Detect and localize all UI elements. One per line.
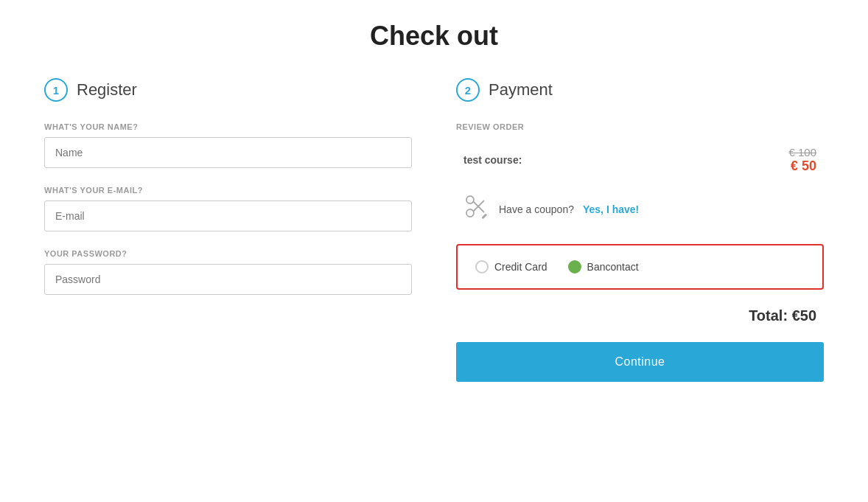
coupon-link[interactable]: Yes, I have!	[583, 203, 639, 215]
credit-card-radio[interactable]	[475, 260, 489, 273]
password-field-group: YOUR PASSWORD?	[44, 249, 412, 295]
price-original: € 100	[788, 146, 816, 158]
order-row: test course: € 100 € 50	[456, 146, 824, 174]
price-discounted: € 50	[788, 158, 816, 174]
payment-step-circle: 2	[456, 78, 480, 102]
register-header: 1 Register	[44, 78, 412, 102]
payment-header: 2 Payment	[456, 78, 824, 102]
register-heading: Register	[77, 80, 137, 100]
continue-button[interactable]: Continue	[456, 342, 824, 382]
svg-line-3	[474, 202, 485, 213]
register-panel: 1 Register WHAT'S YOUR NAME? WHAT'S YOUR…	[44, 78, 412, 382]
payment-options-box: Credit Card Bancontact	[456, 244, 824, 290]
coupon-row: Have a coupon? Yes, I have!	[456, 187, 824, 238]
credit-card-option[interactable]: Credit Card	[475, 260, 547, 273]
course-name: test course:	[463, 154, 522, 166]
bancontact-radio[interactable]	[568, 260, 581, 273]
email-field-group: WHAT'S YOUR E-MAIL?	[44, 186, 412, 231]
password-label: YOUR PASSWORD?	[44, 249, 412, 258]
payment-panel: 2 Payment REVIEW ORDER test course: € 10…	[456, 78, 824, 382]
coupon-text: Have a coupon?	[499, 203, 574, 215]
bancontact-option[interactable]: Bancontact	[568, 260, 639, 273]
bancontact-label: Bancontact	[587, 261, 639, 273]
svg-point-0	[466, 209, 474, 217]
name-input[interactable]	[44, 137, 412, 168]
review-order-label: REVIEW ORDER	[456, 122, 824, 131]
credit-card-label: Credit Card	[494, 261, 547, 273]
price-block: € 100 € 50	[788, 146, 816, 174]
total-row: Total: €50	[456, 304, 824, 342]
register-step-circle: 1	[44, 78, 68, 102]
password-input[interactable]	[44, 264, 412, 295]
page-title: Check out	[0, 0, 868, 78]
name-label: WHAT'S YOUR NAME?	[44, 122, 412, 131]
email-input[interactable]	[44, 201, 412, 231]
payment-options-row: Credit Card Bancontact	[475, 260, 805, 273]
scissors-icon	[463, 193, 490, 225]
svg-point-1	[466, 196, 474, 203]
name-field-group: WHAT'S YOUR NAME?	[44, 122, 412, 168]
svg-rect-4	[481, 213, 487, 219]
svg-line-2	[474, 201, 485, 212]
payment-heading: Payment	[489, 80, 553, 100]
main-layout: 1 Register WHAT'S YOUR NAME? WHAT'S YOUR…	[0, 78, 868, 382]
email-label: WHAT'S YOUR E-MAIL?	[44, 186, 412, 195]
